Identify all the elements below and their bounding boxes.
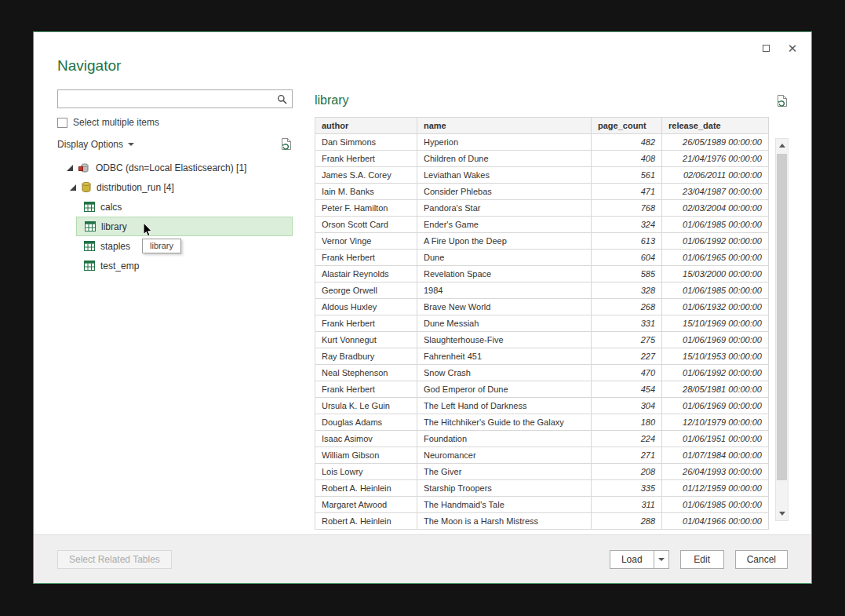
table-cell: Lois Lowry [315, 464, 417, 480]
expand-collapse-icon[interactable] [67, 165, 73, 171]
table-cell: Foundation [417, 431, 592, 447]
refresh-preview-icon[interactable] [776, 94, 789, 108]
cancel-button[interactable]: Cancel [735, 550, 788, 569]
table-row: James S.A. CoreyLeviathan Wakes56102/06/… [315, 167, 769, 184]
database-icon [82, 181, 91, 193]
tree-item-library[interactable]: library [76, 217, 293, 236]
close-button[interactable]: ✕ [785, 40, 800, 56]
display-options-row: Display Options [57, 137, 293, 151]
chevron-down-icon [128, 143, 134, 146]
table-cell: 328 [592, 282, 662, 299]
table-row: Frank HerbertChildren of Dune40821/04/19… [315, 151, 769, 167]
arrow-up-icon [779, 144, 785, 148]
table-cell: Snow Crash [417, 365, 592, 381]
table-cell: 275 [592, 332, 662, 348]
table-row: Ursula K. Le GuinThe Left Hand of Darkne… [315, 398, 769, 414]
tree-item-odbc-source[interactable]: ODBC (dsn=Local Elasticsearch) [1] [57, 158, 293, 177]
table-row: Isaac AsimovFoundation22401/06/1951 00:0… [315, 431, 769, 447]
table-cell: Robert A. Heinlein [315, 513, 417, 530]
table-cell: Fahrenheit 451 [417, 348, 592, 365]
table-row: Neal StephensonSnow Crash47001/06/1992 0… [315, 365, 769, 381]
maximize-button[interactable] [758, 40, 774, 56]
table-cell: George Orwell [315, 282, 417, 299]
tree-item-label: ODBC (dsn=Local Elasticsearch) [1] [96, 162, 246, 173]
table-cell: Dune [417, 250, 592, 266]
table-row: Douglas AdamsThe Hitchhiker's Guide to t… [315, 414, 769, 431]
table-cell: Consider Phlebas [417, 184, 592, 200]
chevron-down-icon [658, 558, 665, 561]
table-row: Kurt VonnegutSlaughterhouse-Five27501/06… [315, 332, 769, 348]
refresh-icon[interactable] [280, 137, 293, 151]
table-cell: Frank Herbert [315, 381, 417, 398]
table-cell: 23/04/1987 00:00:00 [662, 184, 769, 200]
tree-item-test_emp[interactable]: test_emp [76, 256, 293, 275]
table-cell: 02/06/2011 00:00:00 [662, 167, 769, 184]
table-cell: 304 [592, 398, 662, 414]
select-multiple-checkbox[interactable] [57, 118, 67, 128]
footer-actions: Load Edit Cancel [610, 550, 788, 569]
scrollbar-track[interactable] [776, 152, 788, 507]
table-cell: 01/06/1985 00:00:00 [662, 217, 769, 233]
select-multiple-option[interactable]: Select multiple items [57, 117, 293, 128]
table-cell: 26/04/1993 00:00:00 [662, 464, 769, 480]
tree-item-staples[interactable]: staples [76, 236, 293, 256]
load-button[interactable]: Load [610, 550, 654, 569]
table-cell: Frank Herbert [315, 315, 417, 332]
expand-collapse-icon[interactable] [70, 184, 76, 191]
table-cell: 01/06/1969 00:00:00 [662, 332, 769, 348]
column-header-author[interactable]: author [315, 118, 417, 134]
tree-item-calcs[interactable]: calcs [76, 197, 293, 217]
column-header-name[interactable]: name [417, 118, 592, 134]
select-related-tables-button[interactable]: Select Related Tables [57, 550, 172, 569]
odbc-source-icon [78, 162, 90, 173]
scroll-up-button[interactable] [776, 139, 788, 152]
table-icon [84, 261, 95, 271]
table-cell: 224 [592, 431, 662, 447]
edit-button[interactable]: Edit [680, 550, 724, 569]
table-row: George Orwell198432801/06/1985 00:00:00 [315, 282, 769, 299]
table-cell: Starship Troopers [417, 480, 592, 497]
table-row: William GibsonNeuromancer27101/07/1984 0… [315, 447, 769, 464]
load-dropdown-button[interactable] [654, 550, 669, 569]
scroll-down-button[interactable] [776, 507, 788, 520]
navigation-tree: ODBC (dsn=Local Elasticsearch) [1] distr… [57, 158, 293, 275]
tree-item-database[interactable]: distribution_run [4] [57, 177, 293, 197]
table-row: Frank HerbertDune Messiah33115/10/1969 0… [315, 315, 769, 332]
navigator-dialog: ✕ Navigator Select multiple items Displa… [33, 31, 812, 584]
table-cell: 768 [592, 200, 662, 217]
table-cell: 01/06/1932 00:00:00 [662, 299, 769, 315]
tree-item-label: library [101, 221, 127, 232]
table-icon [84, 202, 95, 212]
scrollbar[interactable] [775, 138, 789, 521]
table-cell: Dan Simmons [315, 134, 417, 151]
column-header-release-date[interactable]: release_date [662, 118, 769, 134]
table-cell: 180 [592, 414, 662, 431]
table-cell: Slaughterhouse-Five [417, 332, 592, 348]
preview-title: library [315, 93, 349, 108]
table-row: Robert A. HeinleinThe Moon is a Harsh Mi… [315, 513, 769, 530]
table-cell: 268 [592, 299, 662, 315]
preview-table-area: author name page_count release_date Dan … [315, 117, 789, 530]
table-cell: 21/04/1976 00:00:00 [662, 151, 769, 167]
table-cell: 613 [592, 233, 662, 250]
table-cell: 585 [592, 266, 662, 282]
table-cell: 12/10/1979 00:00:00 [662, 414, 769, 431]
table-cell: 01/06/1965 00:00:00 [662, 250, 769, 266]
table-row: Alastair ReynoldsRevelation Space58515/0… [315, 266, 769, 282]
table-cell: 561 [592, 167, 662, 184]
table-icon [84, 241, 95, 251]
load-split-button: Load [610, 550, 669, 569]
column-header-page-count[interactable]: page_count [592, 118, 662, 134]
table-cell: Ender's Game [417, 217, 592, 233]
search-icon[interactable] [271, 90, 292, 108]
table-cell: 28/05/1981 00:00:00 [662, 381, 769, 398]
table-row: Margaret AtwoodThe Handmaid's Tale31101/… [315, 497, 769, 513]
search-input[interactable] [58, 90, 271, 108]
display-options-dropdown[interactable]: Display Options [57, 139, 134, 150]
table-cell: 02/03/2004 00:00:00 [662, 200, 769, 217]
table-cell: Peter F. Hamilton [315, 200, 417, 217]
table-cell: 1984 [417, 282, 592, 299]
scrollbar-thumb[interactable] [777, 154, 787, 480]
table-cell: 01/06/1969 00:00:00 [662, 398, 769, 414]
tree-tables: calcs library staples [57, 197, 293, 275]
